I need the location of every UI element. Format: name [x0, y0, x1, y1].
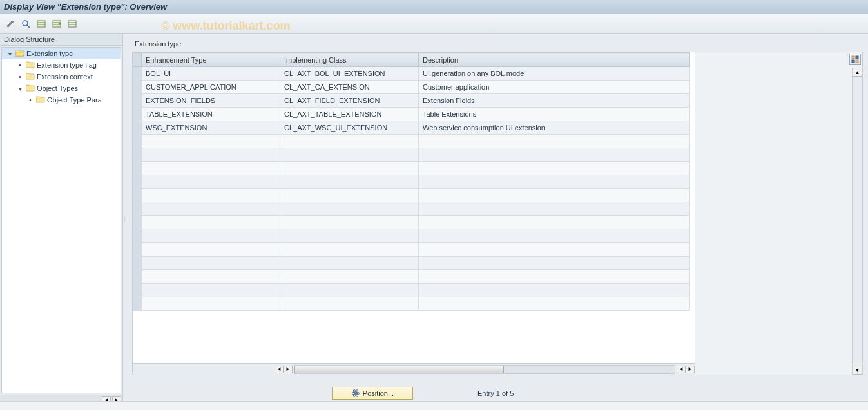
table-row[interactable]: EXTENSION_FIELDSCL_AXT_FIELD_EXTENSIONEx… — [133, 94, 690, 108]
expand-all-button[interactable] — [35, 17, 48, 30]
tree-item-label: Extension type flag — [37, 61, 97, 69]
tree-toggle-icon[interactable]: • — [16, 73, 24, 81]
row-selector[interactable] — [133, 94, 142, 108]
position-icon — [351, 389, 360, 398]
table-row[interactable]: BOL_UICL_AXT_BOL_UI_EXTENSIONUI generati… — [133, 67, 690, 81]
svg-rect-13 — [856, 56, 858, 59]
table-settings-button[interactable] — [849, 54, 861, 65]
grid-wrap: Enhancement Type Implementing Class Desc… — [132, 52, 863, 375]
table-row[interactable]: TABLE_EXTENSIONCL_AXT_TABLE_EXTENSIONTab… — [133, 108, 690, 121]
tree: ▾Extension type•Extension type flag•Exte… — [1, 47, 121, 393]
folder-icon — [14, 50, 26, 58]
cell-description[interactable]: Extension Fields — [419, 94, 690, 108]
table-row-empty — [133, 135, 690, 148]
table-row-empty — [133, 270, 690, 284]
table-row-empty — [133, 229, 690, 243]
position-button[interactable]: Position... — [332, 387, 413, 400]
table-row-empty — [133, 162, 690, 175]
cell-implementing-class[interactable]: CL_AXT_FIELD_EXTENSION — [280, 94, 419, 108]
grid-empty-area: ▲ ▼ — [695, 52, 862, 375]
grid-hscroll[interactable]: ◄ ► ◄ ► — [133, 363, 695, 375]
sidebar-header: Dialog Structure — [0, 34, 122, 46]
table-row-empty — [133, 257, 690, 270]
tree-toggle-icon[interactable]: ▾ — [16, 85, 24, 92]
scrollbar-thumb[interactable] — [294, 366, 504, 373]
tree-toggle-icon[interactable]: • — [26, 97, 34, 104]
tree-toggle-icon[interactable]: • — [16, 62, 24, 69]
content: Extension type Enhancement Type Implemen… — [127, 34, 868, 405]
scroll-left-icon[interactable]: ◄ — [275, 366, 284, 373]
details-button[interactable] — [19, 17, 32, 30]
cell-enhancement-type[interactable]: CUSTOMER_APPLICATION — [142, 81, 280, 94]
scroll-right-icon[interactable]: ► — [686, 366, 695, 373]
tree-item-label: Extension type — [26, 50, 73, 57]
tree-item[interactable]: •Extension type flag — [2, 59, 121, 71]
tree-item-label: Object Type Para — [47, 96, 102, 104]
scroll-down-icon[interactable]: ▼ — [853, 366, 862, 375]
row-selector[interactable] — [133, 108, 142, 121]
table-row-empty — [133, 189, 690, 202]
folder-icon — [24, 84, 37, 93]
cell-description[interactable]: Table Extensions — [419, 108, 690, 121]
col-header-enhancement-type[interactable]: Enhancement Type — [142, 53, 280, 67]
page-title: Display View "Extension type": Overview — [4, 2, 167, 12]
panel-title: Extension type — [132, 39, 863, 49]
tree-item[interactable]: •Extension context — [2, 71, 121, 83]
cell-implementing-class[interactable]: CL_AXT_TABLE_EXTENSION — [280, 108, 419, 121]
entry-count: Entry 1 of 5 — [477, 389, 514, 397]
table-row-empty — [133, 216, 690, 229]
table-row-empty — [133, 148, 690, 162]
sidebar: Dialog Structure ▾Extension type•Extensi… — [0, 34, 123, 405]
row-selector[interactable] — [133, 121, 142, 135]
title-bar: Display View "Extension type": Overview — [0, 0, 868, 14]
svg-point-0 — [23, 21, 28, 26]
cell-description[interactable]: UI generation on any BOL model — [419, 67, 690, 81]
print-button[interactable] — [66, 17, 79, 30]
grid-icon — [851, 55, 859, 63]
tree-item[interactable]: •Object Type Para — [2, 94, 121, 106]
grid-vscroll[interactable]: ▲ ▼ — [852, 68, 862, 375]
folder-icon — [34, 96, 47, 104]
row-selector-header[interactable] — [133, 53, 142, 67]
data-grid: Enhancement Type Implementing Class Desc… — [133, 52, 695, 375]
table-row-empty — [133, 202, 690, 216]
cell-enhancement-type[interactable]: TABLE_EXTENSION — [142, 108, 280, 121]
cell-implementing-class[interactable]: CL_AXT_WSC_UI_EXTENSION — [280, 121, 419, 135]
cell-description[interactable]: Web service consumption UI extension — [419, 121, 690, 135]
scrollbar-track[interactable] — [294, 365, 675, 374]
grip-icon: ··· — [124, 217, 125, 222]
scroll-right-icon[interactable]: ► — [284, 366, 293, 373]
table-row[interactable]: CUSTOMER_APPLICATIONCL_AXT_CA_EXTENSIONC… — [133, 81, 690, 94]
folder-icon — [24, 61, 37, 70]
scroll-up-icon[interactable]: ▲ — [853, 68, 862, 77]
table-row-empty — [133, 284, 690, 297]
tree-item-label: Object Types — [37, 84, 78, 92]
svg-line-1 — [27, 25, 30, 28]
cell-enhancement-type[interactable]: EXTENSION_FIELDS — [142, 94, 280, 108]
table-row-empty — [133, 243, 690, 257]
position-label: Position... — [363, 389, 394, 397]
tree-item[interactable]: ▾Object Types — [2, 83, 121, 94]
svg-rect-9 — [68, 21, 76, 27]
footer: Position... Entry 1 of 5 — [132, 387, 863, 400]
col-header-implementing-class[interactable]: Implementing Class — [280, 53, 419, 67]
cell-description[interactable]: Customer application — [419, 81, 690, 94]
toolbar — [0, 14, 868, 34]
row-selector[interactable] — [133, 81, 142, 94]
svg-point-19 — [354, 393, 356, 395]
tree-toggle-icon[interactable]: ▾ — [6, 50, 14, 57]
status-bar — [0, 401, 868, 410]
scroll-left-icon[interactable]: ◄ — [677, 366, 686, 373]
tree-item[interactable]: ▾Extension type — [2, 48, 121, 59]
svg-rect-12 — [852, 56, 854, 59]
splitter[interactable]: ··· — [123, 34, 127, 405]
cell-implementing-class[interactable]: CL_AXT_BOL_UI_EXTENSION — [280, 67, 419, 81]
cell-enhancement-type[interactable]: WSC_EXTENSION — [142, 121, 280, 135]
collapse-all-button[interactable] — [50, 17, 63, 30]
toggle-display-button[interactable] — [4, 17, 17, 30]
col-header-description[interactable]: Description — [419, 53, 690, 67]
table-row[interactable]: WSC_EXTENSIONCL_AXT_WSC_UI_EXTENSIONWeb … — [133, 121, 690, 135]
row-selector[interactable] — [133, 67, 142, 81]
cell-enhancement-type[interactable]: BOL_UI — [142, 67, 280, 81]
cell-implementing-class[interactable]: CL_AXT_CA_EXTENSION — [280, 81, 419, 94]
